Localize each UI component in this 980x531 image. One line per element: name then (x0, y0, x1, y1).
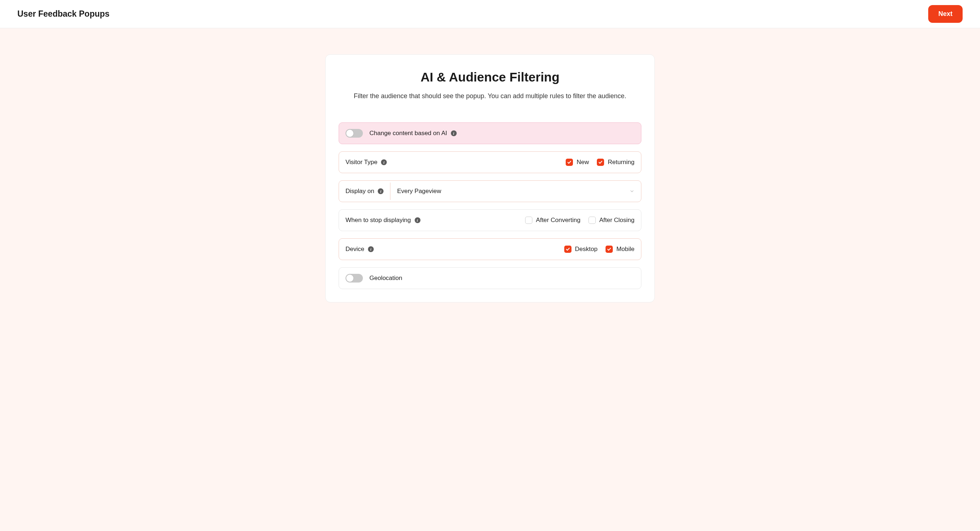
toggle-knob (346, 130, 353, 137)
next-button[interactable]: Next (928, 5, 963, 23)
check-label: Desktop (575, 246, 598, 253)
settings-card: AI & Audience Filtering Filter the audie… (325, 54, 655, 302)
rule-device: Device i Desktop Mobile (339, 238, 641, 260)
select-value: Every Pageview (397, 188, 441, 195)
checkbox-visitor-returning[interactable]: Returning (597, 159, 635, 166)
info-icon[interactable]: i (451, 130, 457, 136)
info-icon[interactable]: i (368, 246, 374, 252)
ai-label: Change content based on AI (369, 130, 447, 137)
check-icon (606, 246, 613, 253)
check-icon (597, 159, 604, 166)
check-label: Mobile (616, 246, 635, 253)
rule-stop-displaying: When to stop displaying i After Converti… (339, 209, 641, 231)
device-label: Device (345, 246, 364, 253)
page-background: AI & Audience Filtering Filter the audie… (0, 28, 980, 531)
page-header: User Feedback Popups Next (0, 0, 980, 28)
display-on-select[interactable]: Every Pageview (390, 183, 641, 200)
info-icon[interactable]: i (415, 217, 420, 223)
check-label: New (577, 159, 589, 166)
card-subtitle: Filter the audience that should see the … (339, 92, 641, 100)
info-icon[interactable]: i (381, 159, 387, 165)
check-icon (525, 216, 532, 224)
check-label: After Closing (599, 216, 635, 224)
geolocation-toggle[interactable] (345, 274, 363, 283)
checkbox-visitor-new[interactable]: New (566, 159, 589, 166)
rule-geolocation: Geolocation (339, 267, 641, 289)
check-icon (566, 159, 573, 166)
checkbox-device-desktop[interactable]: Desktop (564, 246, 598, 253)
geolocation-label: Geolocation (369, 275, 402, 282)
check-icon (564, 246, 571, 253)
checkbox-device-mobile[interactable]: Mobile (606, 246, 635, 253)
page-title: User Feedback Popups (18, 9, 109, 19)
toggle-knob (346, 275, 353, 282)
chevron-down-icon (630, 189, 635, 194)
rule-ai: Change content based on AI i (339, 122, 641, 144)
checkbox-after-converting[interactable]: After Converting (525, 216, 581, 224)
card-title: AI & Audience Filtering (339, 70, 641, 84)
ai-toggle[interactable] (345, 129, 363, 138)
info-icon[interactable]: i (378, 188, 383, 194)
rule-display-on: Display on i Every Pageview (339, 180, 641, 202)
stop-label: When to stop displaying (345, 216, 411, 224)
display-on-label: Display on (345, 188, 374, 195)
check-label: Returning (608, 159, 635, 166)
rule-visitor-type: Visitor Type i New Returning (339, 151, 641, 173)
check-label: After Converting (536, 216, 581, 224)
checkbox-after-closing[interactable]: After Closing (589, 216, 635, 224)
visitor-type-label: Visitor Type (345, 159, 377, 166)
check-icon (589, 216, 596, 224)
